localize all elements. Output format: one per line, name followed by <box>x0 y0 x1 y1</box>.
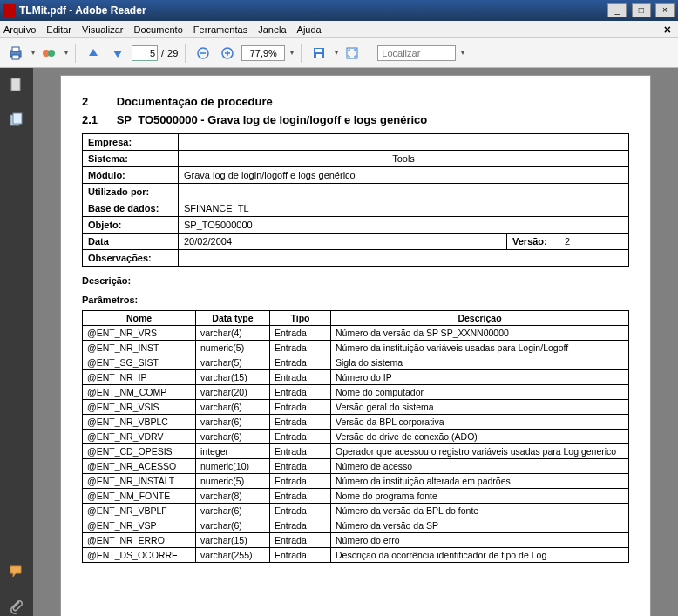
param-desc: Número do erro <box>331 533 629 548</box>
param-nome: @ENT_NR_VRS <box>83 326 196 341</box>
obs-label: Observações: <box>83 250 179 267</box>
table-row: @ENT_DS_OCORREvarchar(255)EntradaDescriç… <box>83 548 629 563</box>
svg-rect-16 <box>13 113 22 124</box>
window-controls: _ □ × <box>606 3 675 17</box>
param-dtype: numeric(5) <box>196 341 270 355</box>
param-tipo: Entrada <box>270 489 331 504</box>
search-dropdown[interactable]: ▾ <box>461 49 464 57</box>
menu-visualizar[interactable]: Visualizar <box>82 24 124 35</box>
table-row: @ENT_NR_VBPLF varchar(6)EntradaNúmero da… <box>83 504 629 518</box>
menu-ajuda[interactable]: Ajuda <box>297 24 322 35</box>
param-dtype: numeric(10) <box>196 459 270 474</box>
param-nome: @ENT_NR_VDRV <box>83 430 196 444</box>
base-value: SFINANCE_TL <box>179 200 629 217</box>
maximize-button[interactable]: □ <box>632 3 651 17</box>
param-desc: Sigla do sistema <box>331 355 629 370</box>
modulo-value: Grava log de login/logoff e logs genéric… <box>179 167 629 184</box>
param-tipo: Entrada <box>270 518 331 533</box>
page-number-input[interactable] <box>132 45 158 61</box>
collab-dropdown[interactable]: ▾ <box>64 49 68 57</box>
save-button[interactable] <box>308 43 329 64</box>
col-nome: Nome <box>83 311 196 326</box>
param-nome: @ENT_NR_INSTALT <box>83 474 196 489</box>
parameters-table: Nome Data type Tipo Descrição @ENT_NR_VR… <box>82 310 629 563</box>
menu-editar[interactable]: Editar <box>46 24 71 35</box>
menu-ferramentas[interactable]: Ferramentas <box>193 24 247 35</box>
table-row: @ENT_SG_SISTvarchar(5)EntradaSigla do si… <box>83 355 629 370</box>
zoom-dropdown[interactable]: ▾ <box>290 49 294 57</box>
param-tipo: Entrada <box>270 370 331 385</box>
zoom-in-button[interactable] <box>217 43 238 64</box>
param-dtype: varchar(20) <box>196 385 270 400</box>
menu-documento[interactable]: Documento <box>134 24 183 35</box>
param-nome: @ENT_SG_SIST <box>83 355 196 370</box>
save-dropdown[interactable]: ▾ <box>335 49 338 57</box>
comments-panel-icon[interactable] <box>7 562 26 581</box>
svg-point-4 <box>48 50 55 57</box>
col-tipo: Tipo <box>270 311 331 326</box>
param-dtype: varchar(15) <box>196 370 270 385</box>
search-input[interactable] <box>377 45 456 61</box>
param-tipo: Entrada <box>270 459 331 474</box>
param-dtype: varchar(5) <box>196 355 270 370</box>
param-tipo: Entrada <box>270 326 331 341</box>
param-dtype: varchar(6) <box>196 430 270 444</box>
svg-rect-12 <box>316 54 322 58</box>
close-button[interactable]: × <box>655 3 675 17</box>
versao-value: 2 <box>559 234 629 250</box>
section-number: 2 <box>82 95 113 108</box>
param-desc: Operador que acessou o registro variávei… <box>331 444 629 459</box>
base-label: Base de dados: <box>83 200 179 217</box>
layers-panel-icon[interactable] <box>7 110 26 129</box>
section-heading: 2 Documentação de procedure <box>82 95 629 108</box>
page-up-button[interactable] <box>83 43 104 64</box>
versao-label: Versão: <box>507 234 559 250</box>
pages-panel-icon[interactable] <box>7 75 26 94</box>
table-row: @ENT_NR_ACESSOnumeric(10)EntradaNúmero d… <box>83 459 629 474</box>
param-nome: @ENT_NR_INST <box>83 341 196 355</box>
attachments-panel-icon[interactable] <box>7 597 26 616</box>
sidebar <box>0 68 33 616</box>
table-row: @ENT_NR_VBPLCvarchar(6)EntradaVersão da … <box>83 415 629 430</box>
data-label: Data <box>83 234 179 250</box>
doc-close-button[interactable]: × <box>664 23 671 37</box>
minimize-button[interactable]: _ <box>607 3 627 17</box>
param-nome: @ENT_NM_COMP <box>83 385 196 400</box>
print-button[interactable] <box>5 43 26 64</box>
menu-arquivo[interactable]: Arquivo <box>3 24 36 35</box>
collab-button[interactable] <box>38 43 59 64</box>
table-row: @ENT_NR_INSTnumeric(5)EntradaNúmero da i… <box>83 341 629 355</box>
param-tipo: Entrada <box>270 400 331 415</box>
table-row: @ENT_NM_COMPvarchar(20)EntradaNome do co… <box>83 385 629 400</box>
zoom-input[interactable] <box>241 45 285 61</box>
param-nome: @ENT_NR_ACESSO <box>83 459 196 474</box>
zoom-out-button[interactable] <box>193 43 214 64</box>
param-desc: Número da versão da SP SP_XXNN00000 <box>331 326 629 341</box>
table-row: @ENT_NR_VSPvarchar(6)EntradaNúmero da ve… <box>83 518 629 533</box>
fit-button[interactable] <box>342 43 363 64</box>
param-desc: Número do IP <box>331 370 629 385</box>
svg-rect-14 <box>11 78 20 91</box>
table-row: @ENT_NR_VRSvarchar(4)EntradaNúmero da ve… <box>83 326 629 341</box>
param-desc: Nome do computador <box>331 385 629 400</box>
pdf-page: 2 Documentação de procedure 2.1 SP_TO500… <box>60 75 651 616</box>
print-dropdown[interactable]: ▾ <box>31 49 35 57</box>
page-viewport[interactable]: 2 Documentação de procedure 2.1 SP_TO500… <box>33 68 678 616</box>
table-row: @ENT_CD_OPESISintegerEntradaOperador que… <box>83 444 629 459</box>
utilizado-value <box>179 184 629 200</box>
param-nome: @ENT_NR_IP <box>83 370 196 385</box>
param-desc: Número da instituição variáveis usadas p… <box>331 341 629 355</box>
param-nome: @ENT_NR_VSP <box>83 518 196 533</box>
utilizado-label: Utilizado por: <box>83 184 179 200</box>
param-nome: @ENT_NR_VBPLC <box>83 415 196 430</box>
param-desc: Versão da BPL corporativa <box>331 415 629 430</box>
empresa-value <box>179 134 629 151</box>
page-down-button[interactable] <box>107 43 128 64</box>
param-nome: @ENT_NR_ERRO <box>83 533 196 548</box>
empresa-label: Empresa: <box>83 134 179 151</box>
table-row: @ENT_NR_ERROvarchar(15)EntradaNúmero do … <box>83 533 629 548</box>
table-row: @ENT_NR_INSTALTnumeric(5)EntradaNúmero d… <box>83 474 629 489</box>
menu-janela[interactable]: Janela <box>258 24 286 35</box>
param-tipo: Entrada <box>270 415 331 430</box>
svg-rect-11 <box>315 49 322 52</box>
